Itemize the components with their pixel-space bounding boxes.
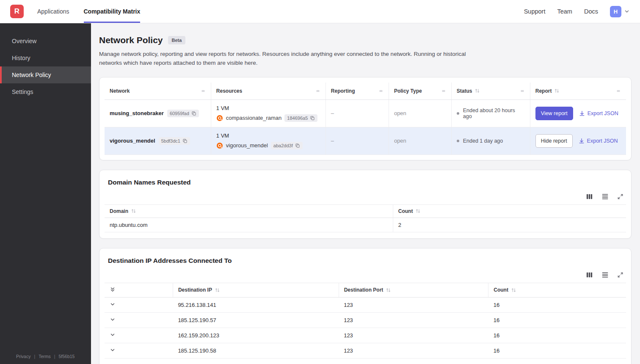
fullscreen-button[interactable] — [617, 193, 623, 200]
column-resize-handle[interactable] — [201, 88, 206, 94]
privacy-link[interactable]: Privacy — [16, 354, 30, 359]
copy-icon[interactable] — [191, 111, 196, 116]
row-density-button[interactable] — [601, 193, 609, 200]
column-resize-handle[interactable] — [520, 88, 525, 94]
sidebar-item-history[interactable]: History — [0, 50, 91, 66]
sort-icon[interactable] — [474, 88, 480, 94]
network-name: vigorous_mendel — [110, 138, 155, 144]
copy-icon[interactable] — [310, 116, 315, 121]
row-expand-button[interactable] — [110, 332, 116, 338]
domain-row[interactable]: ntp.ubuntu.com 2 — [105, 218, 626, 232]
sort-icon[interactable] — [554, 88, 560, 94]
column-resize-handle[interactable] — [315, 88, 320, 94]
expand-all-button[interactable] — [110, 287, 116, 292]
column-label: Network — [110, 88, 130, 94]
row-expand-button[interactable] — [110, 301, 116, 307]
chevron-down-icon — [110, 362, 116, 364]
column-header-destination-port[interactable]: Destination Port — [339, 283, 488, 297]
row-density-button[interactable] — [601, 271, 609, 279]
network-hash: 5bdf3dc1 — [161, 138, 180, 143]
column-label: Domain — [110, 208, 128, 214]
column-header-expander[interactable] — [105, 283, 173, 297]
column-resize-handle[interactable] — [441, 88, 446, 94]
column-label: Destination IP — [178, 287, 212, 293]
resource-hash: aba2dd3f — [273, 143, 293, 148]
destination-row[interactable]: 95.216.138.141 123 16 — [105, 297, 626, 312]
column-label: Count — [398, 208, 413, 214]
nav-team[interactable]: Team — [557, 8, 572, 15]
column-label: Count — [494, 287, 508, 293]
build-id: 5f56b15 — [59, 354, 75, 359]
row-expand-button[interactable] — [110, 362, 116, 364]
column-header-status[interactable]: Status — [451, 83, 530, 100]
sort-icon[interactable] — [511, 287, 516, 293]
row-expand-button[interactable] — [110, 317, 116, 323]
chevron-down-icon — [110, 347, 116, 353]
destination-row[interactable]: 185.125.190.58 123 16 — [105, 343, 626, 358]
resources-cell: 1 VM compassionate_raman 184696a5 — [211, 99, 326, 127]
copy-icon[interactable] — [182, 138, 188, 143]
count-cell: 16 — [488, 297, 626, 312]
export-json-link[interactable]: Export JSON — [579, 110, 618, 116]
column-label: Status — [457, 88, 472, 94]
column-header-network[interactable]: Network — [105, 83, 211, 100]
sort-icon[interactable] — [215, 287, 220, 293]
topbar: R Applications Compatibility Matrix Supp… — [0, 0, 640, 23]
sort-icon[interactable] — [131, 208, 136, 214]
column-header-count[interactable]: Count — [393, 204, 626, 218]
app-root: R Applications Compatibility Matrix Supp… — [0, 0, 640, 364]
sidebar-item-overview[interactable]: Overview — [0, 33, 91, 50]
export-json-link[interactable]: Export JSON — [579, 138, 618, 144]
destinations-table: Destination IP Destination Port — [105, 283, 626, 364]
status-dot-icon — [457, 140, 459, 142]
column-header-domain[interactable]: Domain — [105, 204, 393, 218]
row-expand-button[interactable] — [110, 347, 116, 353]
sort-icon[interactable] — [415, 208, 421, 214]
page-title: Network Policy — [99, 35, 163, 45]
nav-support[interactable]: Support — [524, 8, 546, 15]
destination-ip-cell: 95.216.138.141 — [173, 297, 339, 312]
networks-table: Network Resources — [105, 83, 626, 155]
terms-link[interactable]: Terms — [39, 354, 51, 359]
fullscreen-button[interactable] — [617, 271, 623, 279]
column-header-report[interactable]: Report — [530, 83, 626, 100]
nav-docs[interactable]: Docs — [584, 8, 598, 15]
footer-separator: | — [34, 354, 35, 359]
columns-button[interactable] — [586, 193, 593, 200]
count-cell: 16 — [488, 358, 626, 364]
copy-icon[interactable] — [295, 143, 300, 148]
resources-cell: 1 VM vigorous_mendel aba2dd3f — [211, 127, 326, 154]
column-resize-handle[interactable] — [616, 88, 621, 94]
sidebar-item-network-policy[interactable]: Network Policy — [0, 66, 91, 83]
expander-cell — [105, 297, 173, 312]
network-row[interactable]: musing_stonebraker 60959fad 1 VM — [105, 99, 626, 127]
hide-report-button[interactable]: Hide report — [535, 134, 573, 148]
column-header-count[interactable]: Count — [488, 283, 626, 297]
destination-row[interactable]: 95.216.100.21 123 16 — [105, 358, 626, 364]
network-row[interactable]: vigorous_mendel 5bdf3dc1 1 VM — [105, 127, 626, 154]
page-header: Network Policy Beta — [99, 35, 632, 45]
column-resize-handle[interactable] — [378, 88, 383, 94]
user-menu[interactable]: H — [610, 6, 630, 17]
nav-applications[interactable]: Applications — [37, 0, 69, 23]
destination-port-cell: 123 — [339, 328, 488, 343]
sort-icon[interactable] — [386, 287, 391, 293]
view-report-button[interactable]: View report — [535, 107, 573, 120]
destination-row[interactable]: 185.125.190.57 123 16 — [105, 312, 626, 328]
download-icon — [579, 110, 585, 116]
column-label: Destination Port — [344, 287, 383, 293]
column-header-destination-ip[interactable]: Destination IP — [173, 283, 339, 297]
app-logo[interactable]: R — [10, 5, 24, 18]
sidebar-item-settings[interactable]: Settings — [0, 83, 91, 100]
network-hash-badge: 5bdf3dc1 — [159, 137, 190, 145]
expander-cell — [105, 328, 173, 343]
status-cell: Ended 1 day ago — [451, 127, 530, 154]
column-header-reporting[interactable]: Reporting — [326, 83, 389, 100]
column-header-policy-type[interactable]: Policy Type — [389, 83, 451, 100]
columns-button[interactable] — [586, 271, 593, 279]
policy-type-cell: open — [389, 127, 451, 154]
nav-compatibility-matrix[interactable]: Compatibility Matrix — [84, 0, 141, 23]
destination-row[interactable]: 162.159.200.123 123 16 — [105, 328, 626, 343]
column-header-resources[interactable]: Resources — [211, 83, 326, 100]
destination-port-cell: 123 — [339, 358, 488, 364]
